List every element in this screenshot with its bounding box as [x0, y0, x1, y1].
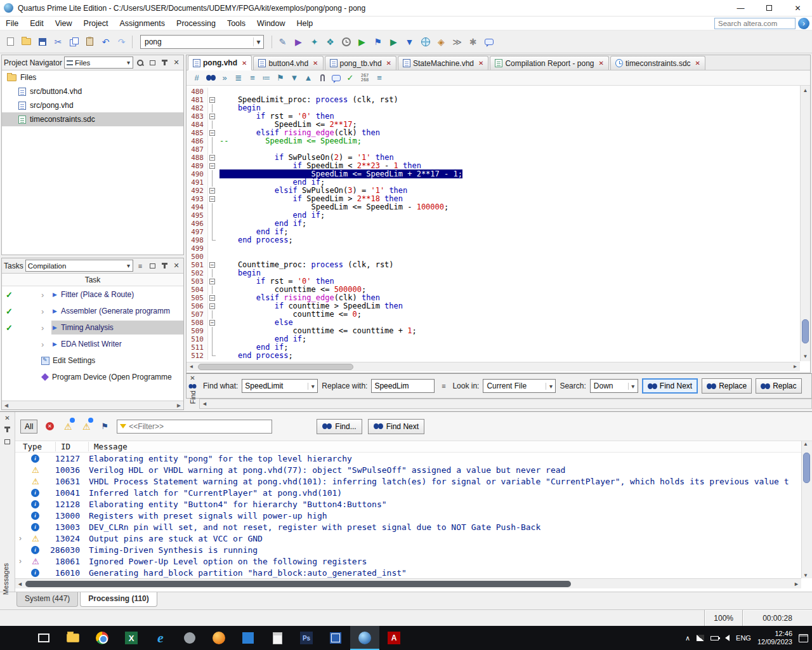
rapid-recompile-icon[interactable]: ⚑: [370, 34, 386, 50]
acrobat-taskbar-button[interactable]: A: [379, 626, 409, 650]
menu-edit[interactable]: Edit: [24, 19, 49, 28]
scroll-left-icon[interactable]: ◄: [202, 401, 207, 407]
nav-file-src-pong-vhd[interactable]: src/pong.vhd: [2, 98, 183, 112]
task-view-taskbar-button[interactable]: [29, 626, 58, 650]
find-what-combobox[interactable]: ▾: [242, 379, 318, 393]
start-analysis-icon[interactable]: ▶: [386, 34, 402, 50]
nav-root-files[interactable]: Files: [2, 70, 183, 84]
vscroll-thumb[interactable]: [802, 319, 809, 343]
scroll-left-icon[interactable]: ◄: [187, 362, 196, 371]
filter-errors-button[interactable]: [43, 420, 56, 433]
code-line-501[interactable]: 501− Counttime_proc: process (clk, rst): [187, 261, 800, 269]
expand-icon[interactable]: ›: [41, 307, 51, 316]
internet-icon[interactable]: [417, 34, 433, 50]
editor-hscrollbar[interactable]: ◄ ►: [187, 362, 800, 371]
panel-pin-icon[interactable]: [159, 261, 169, 271]
chevron-down-icon[interactable]: ▾: [308, 383, 317, 390]
scroll-down-icon[interactable]: ▼: [801, 352, 810, 361]
save-icon[interactable]: [34, 34, 50, 50]
scroll-up-icon[interactable]: ▲: [803, 441, 808, 447]
panel-menu-icon[interactable]: ≡: [135, 261, 145, 271]
firefox-taskbar-button[interactable]: [204, 626, 233, 650]
fold-collapse-icon[interactable]: −: [209, 188, 215, 194]
analysis-synthesis-icon[interactable]: ✦: [306, 34, 322, 50]
comment-icon[interactable]: [481, 34, 497, 50]
hscroll-thumb[interactable]: [25, 581, 571, 587]
find-close-icon[interactable]: ✕: [190, 375, 195, 382]
task-program-device-open-programme[interactable]: Program Device (Open Programme: [2, 369, 183, 385]
tab-close-icon[interactable]: ✕: [598, 60, 603, 67]
fold-collapse-icon[interactable]: −: [209, 279, 215, 284]
settings-gear-icon[interactable]: ✱: [465, 34, 481, 50]
start-compilation-icon[interactable]: ▶: [291, 34, 306, 50]
code-line-512[interactable]: 512 end process;: [187, 352, 800, 360]
search-direction-dropdown[interactable]: Down ▾: [590, 379, 638, 393]
panel-close-icon[interactable]: ✕: [171, 261, 181, 271]
tab-timeconstraints-sdc[interactable]: timeconstraints.sdc✕: [610, 56, 705, 70]
language-indicator[interactable]: ENG: [736, 634, 751, 642]
tab-close-icon[interactable]: ✕: [386, 60, 391, 67]
fold-collapse-icon[interactable]: −: [209, 163, 215, 169]
code-editor[interactable]: 480481− SpeedLimit_proc: process (clk, r…: [187, 86, 800, 361]
expand-icon[interactable]: ›: [19, 534, 29, 543]
replace-all-button[interactable]: Replac: [756, 378, 801, 394]
internet-explorer-taskbar-button[interactable]: e: [146, 626, 175, 650]
expand-icon[interactable]: ›: [41, 340, 51, 349]
expand-icon[interactable]: ›: [19, 557, 29, 566]
messages-find-button[interactable]: Find...: [317, 419, 362, 434]
start-icon[interactable]: ▶: [354, 34, 370, 50]
menu-tools[interactable]: Tools: [221, 19, 251, 28]
copy-icon[interactable]: [66, 34, 82, 50]
find-what-input[interactable]: [242, 380, 308, 392]
outline-detail-icon[interactable]: ≔: [260, 72, 273, 84]
fold-collapse-icon[interactable]: −: [209, 320, 215, 326]
paste-icon[interactable]: [82, 34, 98, 50]
excel-taskbar-button[interactable]: X: [117, 626, 146, 650]
redo-icon[interactable]: ↷: [114, 34, 129, 50]
message-row-16010[interactable]: i16010Generating hard_block partition "h…: [15, 567, 801, 578]
bookmark-next-icon[interactable]: ▼: [288, 72, 301, 84]
tab-system-447[interactable]: System (447): [16, 592, 78, 607]
tab-statemachine-vhd[interactable]: StateMachine.vhd✕: [398, 56, 488, 70]
fold-collapse-icon[interactable]: −: [209, 303, 215, 309]
menu-file[interactable]: File: [0, 19, 24, 28]
filter-flag-button[interactable]: ⚑: [98, 420, 111, 433]
messages-find-next-button[interactable]: Find Next: [368, 419, 424, 434]
scroll-up-icon[interactable]: ▲: [801, 86, 810, 95]
fold-collapse-icon[interactable]: −: [209, 295, 215, 301]
message-row-12127[interactable]: i12127Elaborating entity "pong" for the …: [15, 453, 801, 464]
chevron-down-icon[interactable]: ▾: [253, 37, 263, 46]
find-icon[interactable]: [204, 72, 217, 84]
chip-planner-icon[interactable]: ◈: [433, 34, 449, 50]
fold-collapse-icon[interactable]: −: [209, 155, 215, 161]
message-filter-box[interactable]: [117, 420, 272, 434]
open-project-icon[interactable]: [18, 34, 34, 50]
fold-collapse-icon[interactable]: −: [209, 262, 215, 268]
expand-icon[interactable]: ›: [41, 323, 51, 333]
comment-icon[interactable]: [330, 72, 343, 84]
minimize-button[interactable]: —: [726, 0, 755, 17]
task-eda-netlist-writer[interactable]: ›▶EDA Netlist Writer: [2, 336, 183, 352]
filter-critical-button[interactable]: ⚠: [80, 420, 93, 433]
tab-pong-vhd[interactable]: pong.vhd✕: [188, 55, 252, 70]
panel-float-icon[interactable]: [147, 261, 157, 271]
search-go-icon[interactable]: ›: [798, 18, 809, 29]
tab-processing-110[interactable]: Processing (110): [80, 592, 157, 607]
find-options-icon[interactable]: ≡: [438, 381, 449, 391]
message-row-12128[interactable]: i12128Elaborating entity "Button4" for h…: [15, 498, 801, 510]
scroll-right-icon[interactable]: ►: [176, 402, 182, 409]
scroll-left-icon[interactable]: ◄: [3, 402, 10, 409]
partition-merge-icon[interactable]: ❖: [322, 34, 338, 50]
network-icon[interactable]: [697, 635, 704, 641]
message-row-13024[interactable]: ›⚠13024Output pins are stuck at VCC or G…: [15, 533, 801, 544]
panel-float-icon[interactable]: [147, 58, 157, 68]
nav-file-timeconstraints-sdc[interactable]: timeconstraints.sdc: [2, 112, 183, 126]
cut-icon[interactable]: ✂: [50, 34, 66, 50]
filter-warnings-button[interactable]: ⚠: [62, 420, 74, 433]
code-line-499[interactable]: 499: [187, 244, 800, 253]
bookmark-prev-icon[interactable]: ▲: [302, 72, 315, 84]
code-line-481[interactable]: 481− SpeedLimit_proc: process (clk, rst): [187, 96, 800, 104]
fold-collapse-icon[interactable]: −: [209, 97, 215, 103]
tab-pong-tb-vhd[interactable]: pong_tb.vhd✕: [325, 56, 396, 70]
menu-help[interactable]: Help: [291, 19, 319, 28]
